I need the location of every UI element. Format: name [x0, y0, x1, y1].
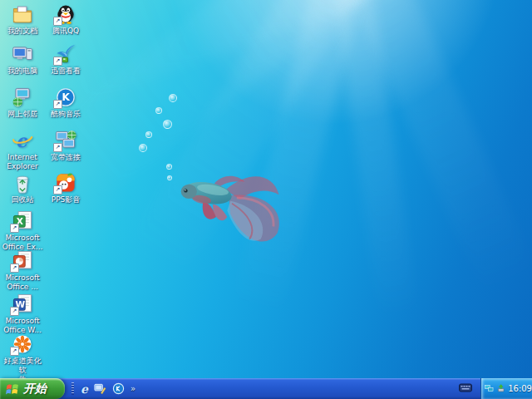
- betta-fish: [170, 160, 295, 255]
- start-button[interactable]: 开始: [0, 378, 65, 399]
- quick-launch-ie-icon[interactable]: e: [81, 382, 88, 396]
- bubble: [155, 107, 162, 114]
- kugou-music-icon: K ↗: [55, 86, 76, 108]
- desktop-icon-broadband-connection[interactable]: ↗ 宽带连接: [44, 130, 87, 162]
- shortcut-arrow-icon: ↗: [10, 347, 19, 356]
- shortcut-arrow-icon: ↗: [53, 100, 62, 109]
- powerpoint-icon: ↗: [12, 250, 33, 272]
- network-tray-icon[interactable]: [485, 383, 494, 394]
- pps-player-icon: ↗: [55, 172, 76, 194]
- desktop-icon-internet-explorer[interactable]: e Internet Explorer: [1, 130, 44, 171]
- desktop-icon-recycle-bin[interactable]: 回收站: [1, 172, 44, 204]
- my-documents-icon: [12, 3, 33, 25]
- word-icon: W ↗: [12, 293, 33, 315]
- bubble: [145, 131, 152, 138]
- excel-icon: X ↗: [12, 210, 33, 232]
- windows-logo-icon: [6, 382, 20, 396]
- icon-label: Microsoft Office Ex...: [2, 234, 43, 252]
- icon-label: 酷狗音乐: [51, 110, 81, 119]
- icon-label: 回收站: [12, 195, 34, 204]
- taskbar-clock[interactable]: 16:09: [508, 384, 532, 393]
- icon-label: Microsoft Office ...: [6, 273, 40, 292]
- desktop-icon-my-computer[interactable]: 我的电脑: [1, 43, 44, 76]
- desktop-icon-tencent-qq[interactable]: ↗ 腾讯QQ: [44, 3, 87, 36]
- desktop-icon-office-excel[interactable]: X ↗ Microsoft Office Ex...: [1, 210, 44, 252]
- quick-launch: e »: [71, 378, 135, 399]
- language-bar-keyboard-icon[interactable]: [459, 383, 472, 392]
- icon-label: 我的文档: [7, 27, 37, 36]
- safely-remove-hardware-icon[interactable]: [496, 383, 505, 394]
- icon-label: 腾讯QQ: [52, 27, 79, 36]
- desktop-icon-office-powerpoint[interactable]: ↗ Microsoft Office ...: [1, 250, 44, 292]
- xunlei-bird-icon: ↗: [55, 43, 76, 65]
- kugou-quick-launch-icon[interactable]: [112, 382, 125, 395]
- icon-label: 宽带连接: [51, 153, 81, 162]
- quick-launch-overflow-chevron[interactable]: »: [131, 384, 135, 393]
- icon-label: PPS影音: [52, 195, 81, 204]
- desktop-icon-office-word[interactable]: W ↗ Microsoft Office W...: [1, 293, 44, 335]
- shortcut-arrow-icon: ↗: [53, 143, 62, 152]
- icon-label: Microsoft Office W...: [3, 317, 42, 335]
- taskbar: 开始 e »: [0, 378, 532, 399]
- internet-explorer-icon: e: [12, 130, 33, 151]
- icon-label: 网上邻居: [7, 110, 37, 119]
- shortcut-arrow-icon: ↗: [53, 57, 62, 66]
- icon-label: 我的电脑: [7, 66, 37, 76]
- kugou-letter: K: [62, 91, 71, 103]
- bubble: [163, 120, 172, 129]
- broadband-connection-icon: ↗: [55, 130, 76, 151]
- desktop-icon-network-places[interactable]: 网上邻居: [1, 86, 44, 119]
- network-places-icon: [12, 86, 33, 108]
- shortcut-arrow-icon: ↗: [53, 17, 62, 26]
- shortcut-arrow-icon: ↗: [10, 224, 19, 233]
- haozhuodao-flower-icon: ↗: [12, 333, 33, 355]
- shortcut-arrow-icon: ↗: [10, 264, 19, 273]
- start-label: 开始: [23, 382, 47, 397]
- desktop-icon-my-documents[interactable]: 我的文档: [1, 3, 44, 36]
- my-computer-icon: [12, 43, 33, 65]
- desktop-icon-xunlei[interactable]: ↗ 迅雷看看: [44, 43, 87, 76]
- desktop-icon-pps[interactable]: ↗ PPS影音: [44, 172, 87, 204]
- show-desktop-icon[interactable]: [94, 382, 106, 395]
- icon-label: 迅雷看看: [51, 66, 81, 76]
- shortcut-arrow-icon: ↗: [10, 307, 19, 316]
- shortcut-arrow-icon: ↗: [53, 185, 62, 195]
- icon-label: Internet Explorer: [7, 153, 37, 171]
- desktop-icon-haozhuodao[interactable]: ↗ 好桌道美化软 件: [1, 333, 44, 384]
- bubble: [139, 144, 147, 152]
- recycle-bin-icon: [12, 172, 33, 194]
- qq-penguin-icon: ↗: [55, 3, 76, 25]
- quick-launch-grip[interactable]: [71, 382, 74, 395]
- bubble: [169, 94, 177, 102]
- system-tray: 16:09: [480, 378, 532, 399]
- desktop: 我的文档 我的电脑 网上邻居 e Internet Explorer: [0, 0, 532, 399]
- desktop-icon-kugou-music[interactable]: K ↗ 酷狗音乐: [44, 86, 87, 119]
